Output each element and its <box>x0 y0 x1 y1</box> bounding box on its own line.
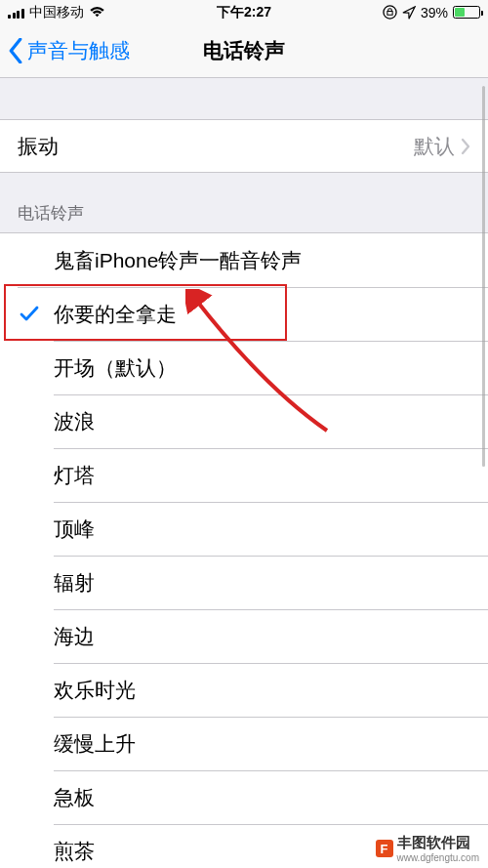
ringtone-item[interactable]: 辐射 <box>0 556 488 609</box>
watermark-url: www.dgfengtu.com <box>397 852 480 863</box>
ringtone-item[interactable]: 顶峰 <box>0 502 488 556</box>
ringtone-label: 欢乐时光 <box>54 677 136 704</box>
watermark-logo-icon: F <box>376 840 393 857</box>
ringtone-label: 鬼畜iPhone铃声一酷音铃声 <box>54 247 302 274</box>
check-slot <box>16 305 43 324</box>
back-button[interactable]: 声音与触感 <box>8 37 130 64</box>
scrollbar[interactable] <box>482 86 485 467</box>
ringtone-label: 你要的全拿走 <box>54 301 177 328</box>
status-right: 39% <box>383 5 480 21</box>
ringtone-item[interactable]: 缓慢上升 <box>0 717 488 770</box>
status-bar: 中国移动 下午2:27 39% <box>0 0 488 24</box>
ringtone-item[interactable]: 海边 <box>0 609 488 663</box>
chevron-right-icon <box>461 138 470 155</box>
content-scroll[interactable]: 振动 默认 电话铃声 鬼畜iPhone铃声一酷音铃声 你要的全拿走 开场（默认）… <box>0 78 488 868</box>
status-left: 中国移动 <box>8 4 105 21</box>
ringtone-label: 开场（默认） <box>54 354 177 382</box>
ringtone-item[interactable]: 急板 <box>0 770 488 824</box>
ringtone-item[interactable]: 灯塔 <box>0 448 488 502</box>
ringtone-item[interactable]: 开场（默认） <box>0 341 488 394</box>
ringtone-label: 波浪 <box>54 408 95 435</box>
chevron-left-icon <box>8 38 23 63</box>
vibration-row[interactable]: 振动 默认 <box>0 119 488 173</box>
battery-pct: 39% <box>421 5 448 21</box>
location-icon <box>402 6 416 20</box>
ringtone-label: 急板 <box>54 784 95 811</box>
wifi-icon <box>89 6 105 19</box>
orientation-lock-icon <box>383 5 397 20</box>
ringtone-item[interactable]: 波浪 <box>0 394 488 448</box>
carrier-label: 中国移动 <box>29 4 84 21</box>
ringtone-label: 缓慢上升 <box>54 730 136 758</box>
signal-icon <box>8 7 24 19</box>
status-time: 下午2:27 <box>217 4 271 21</box>
watermark: F 丰图软件园 www.dgfengtu.com <box>373 833 483 864</box>
vibration-label: 振动 <box>18 133 59 160</box>
back-label: 声音与触感 <box>27 37 130 64</box>
ringtone-item[interactable]: 鬼畜iPhone铃声一酷音铃声 <box>0 233 488 287</box>
svg-point-0 <box>384 6 396 19</box>
ringtone-label: 顶峰 <box>54 516 95 543</box>
ringtone-item[interactable]: 欢乐时光 <box>0 663 488 717</box>
ringtone-label: 煎茶 <box>54 838 95 865</box>
nav-bar: 声音与触感 电话铃声 <box>0 24 488 78</box>
ringtone-list: 鬼畜iPhone铃声一酷音铃声 你要的全拿走 开场（默认） 波浪 灯塔 顶峰 <box>0 232 488 868</box>
ringtone-label: 海边 <box>54 623 95 650</box>
ringtone-label: 灯塔 <box>54 462 95 489</box>
ringtone-item[interactable]: 你要的全拿走 <box>0 287 488 341</box>
ringtones-section-header: 电话铃声 <box>0 173 488 232</box>
checkmark-icon <box>20 305 39 324</box>
ringtone-label: 辐射 <box>54 569 95 597</box>
page-title: 电话铃声 <box>203 37 285 64</box>
vibration-value: 默认 <box>414 133 470 160</box>
battery-icon <box>453 6 480 19</box>
watermark-title: 丰图软件园 <box>397 834 480 852</box>
